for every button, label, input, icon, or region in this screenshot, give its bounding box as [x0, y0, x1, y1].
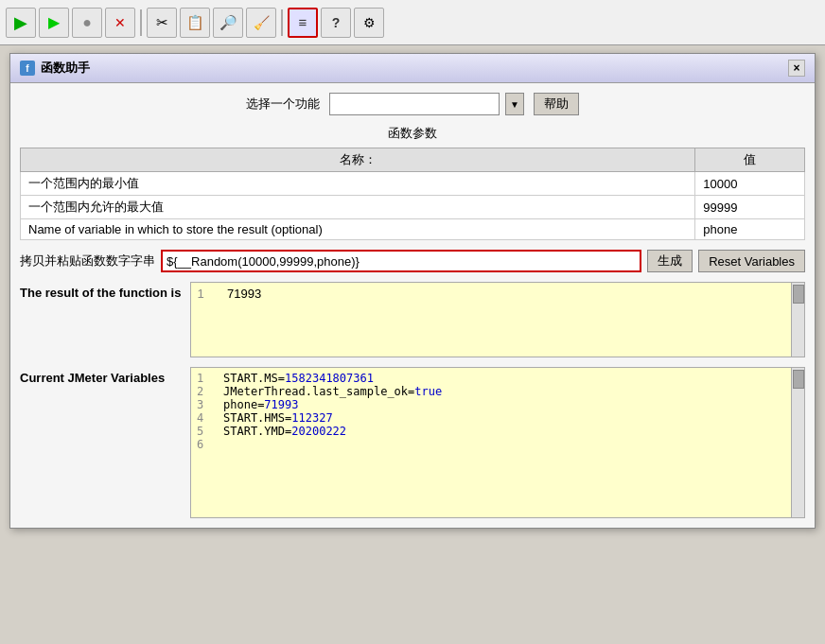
var-val: 71993: [264, 398, 298, 411]
function-helper-button[interactable]: ≡: [288, 8, 318, 38]
stop-button[interactable]: ●: [72, 8, 102, 38]
result-line-num: 1: [197, 287, 216, 301]
param-name: Name of variable in which to store the r…: [21, 219, 695, 240]
table-row: 一个范围内允许的最大值99999: [21, 196, 805, 219]
result-value: 71993: [227, 287, 261, 301]
var-line-num: 6: [197, 438, 216, 451]
clear-button[interactable]: 🧹: [246, 8, 276, 38]
param-value[interactable]: phone: [695, 219, 805, 240]
vars-scrollbar[interactable]: [791, 368, 804, 517]
cut-button[interactable]: ✂: [147, 8, 177, 38]
dialog-icon: f: [20, 61, 35, 76]
function-label: 选择一个功能: [246, 96, 320, 113]
table-row: 一个范围内的最小值10000: [21, 172, 805, 196]
result-section: The result of the function is 1 71993: [20, 282, 805, 357]
list-item: 2JMeterThread.last_sample_ok=true: [197, 385, 799, 398]
var-key: START.MS: [223, 372, 278, 385]
table-row: Name of variable in which to store the r…: [21, 219, 805, 240]
help-button[interactable]: 帮助: [534, 93, 579, 115]
dialog-body: 选择一个功能 __Random ▼ 帮助 函数参数 名称： 值 一个范围内的最小…: [10, 83, 815, 528]
var-eq: =: [285, 425, 291, 438]
var-eq: =: [285, 411, 291, 425]
var-eq: =: [278, 372, 285, 385]
param-value[interactable]: 10000: [695, 172, 805, 196]
copy-row: 拷贝并粘贴函数数字字串 生成 Reset Variables: [20, 250, 805, 272]
function-dropdown-arrow[interactable]: ▼: [505, 93, 524, 115]
separator-1: [140, 9, 142, 36]
params-col-name: 名称：: [21, 148, 695, 172]
var-eq: =: [257, 398, 264, 411]
function-row: 选择一个功能 __Random ▼ 帮助: [20, 93, 805, 115]
search-button[interactable]: 🔎: [213, 8, 243, 38]
function-helper-dialog: f 函数助手 × 选择一个功能 __Random ▼ 帮助 函数参数 名称： 值: [9, 53, 816, 529]
result-content: 1 71993: [191, 283, 804, 305]
function-select-wrapper: __Random ▼: [329, 93, 524, 115]
copy-label: 拷贝并粘贴函数数字字串: [20, 252, 155, 270]
result-label: The result of the function is: [20, 282, 181, 300]
dialog-close-button[interactable]: ×: [788, 60, 805, 77]
help-toolbar-button[interactable]: ?: [321, 8, 351, 38]
var-key: START.YMD: [223, 425, 285, 438]
params-col-value: 值: [695, 148, 805, 172]
toolbar: ▶ ▶ ● ✕ ✂ 📋 🔎 🧹 ≡ ? ⚙: [0, 0, 825, 45]
result-box: 1 71993: [190, 282, 805, 357]
vars-content: 1START.MS=15823418073612JMeterThread.las…: [191, 368, 804, 455]
remote-button[interactable]: ⚙: [354, 8, 384, 38]
params-table: 名称： 值 一个范围内的最小值10000一个范围内允许的最大值99999Name…: [20, 148, 805, 240]
result-scrollbar[interactable]: [791, 283, 804, 357]
separator-2: [281, 9, 283, 36]
dialog-title-left: f 函数助手: [20, 60, 90, 77]
var-val: 20200222: [291, 425, 346, 438]
list-item: 5START.YMD=20200222: [197, 425, 799, 438]
function-input[interactable]: __Random: [329, 93, 500, 115]
generate-button[interactable]: 生成: [647, 250, 693, 272]
var-line-num: 1: [197, 372, 216, 385]
var-eq: =: [408, 385, 414, 398]
var-line-num: 5: [197, 425, 216, 438]
var-line-num: 3: [197, 398, 216, 411]
close-toolbar-button[interactable]: ✕: [105, 8, 135, 38]
dialog-titlebar: f 函数助手 ×: [10, 54, 815, 83]
param-name: 一个范围内允许的最大值: [21, 196, 695, 219]
reset-variables-button[interactable]: Reset Variables: [698, 250, 805, 272]
var-line-num: 4: [197, 411, 216, 425]
var-key: JMeterThread.last_sample_ok: [223, 385, 408, 398]
copy-button[interactable]: 📋: [180, 8, 210, 38]
var-val: 112327: [291, 411, 332, 425]
list-item: 1START.MS=1582341807361: [197, 372, 799, 385]
list-item: 6: [197, 438, 799, 451]
play-green-button[interactable]: ▶: [39, 8, 69, 38]
result-scrollbar-thumb: [793, 285, 804, 304]
params-section-title: 函数参数: [20, 125, 805, 142]
vars-section: Current JMeter Variables 1START.MS=15823…: [20, 367, 805, 518]
param-value[interactable]: 99999: [695, 196, 805, 219]
var-val: 1582341807361: [285, 372, 374, 385]
play-button[interactable]: ▶: [6, 8, 36, 38]
copy-input[interactable]: [161, 250, 641, 272]
var-key: START.HMS: [223, 411, 285, 425]
var-key: phone: [223, 398, 257, 411]
list-item: 4START.HMS=112327: [197, 411, 799, 425]
vars-scrollbar-thumb: [793, 370, 804, 389]
list-item: 3phone=71993: [197, 398, 799, 411]
var-val: true: [414, 385, 442, 398]
param-name: 一个范围内的最小值: [21, 172, 695, 196]
dialog-title: 函数助手: [41, 60, 90, 77]
var-line-num: 2: [197, 385, 216, 398]
vars-label: Current JMeter Variables: [20, 367, 181, 385]
vars-box: 1START.MS=15823418073612JMeterThread.las…: [190, 367, 805, 518]
